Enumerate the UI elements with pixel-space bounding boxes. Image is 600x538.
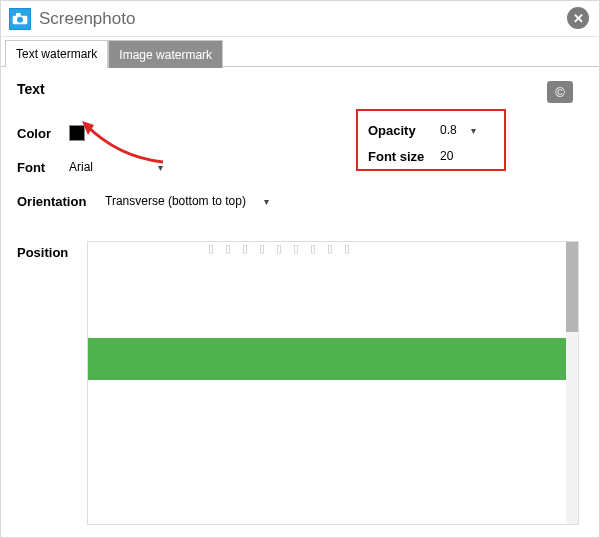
svg-rect-2 xyxy=(16,13,21,16)
color-label: Color xyxy=(17,126,69,141)
chevron-down-icon: ▾ xyxy=(158,162,163,173)
chevron-down-icon: ▾ xyxy=(471,125,476,136)
section-heading: Text xyxy=(17,81,583,97)
text-watermark-panel: Text © Color Font Arial ▾ Orientati xyxy=(1,67,599,533)
orientation-label: Orientation xyxy=(17,194,105,209)
app-title: Screenphoto xyxy=(39,9,135,29)
opacity-row: Opacity 0.8 ▾ xyxy=(368,119,494,141)
chevron-down-icon: ▾ xyxy=(264,196,269,207)
fontsize-label: Font size xyxy=(368,149,440,164)
tabs: Text watermark Image watermark xyxy=(1,39,599,67)
font-value: Arial xyxy=(69,160,93,174)
preview-toolbar-hint: ▯ ▯ ▯ ▯ ▯ ▯ ▯ ▯ ▯ xyxy=(208,242,538,260)
preview-green-bar xyxy=(88,338,566,380)
tab-label: Text watermark xyxy=(16,47,97,61)
camera-icon xyxy=(9,8,31,30)
copyright-icon: © xyxy=(555,85,565,100)
tab-label: Image watermark xyxy=(119,48,212,62)
opacity-label: Opacity xyxy=(368,123,440,138)
font-label: Font xyxy=(17,160,69,175)
font-select[interactable]: Arial ▾ xyxy=(69,160,169,174)
orientation-select[interactable]: Transverse (bottom to top) ▾ xyxy=(105,194,275,208)
position-preview[interactable]: ▯ ▯ ▯ ▯ ▯ ▯ ▯ ▯ ▯ xyxy=(87,241,579,525)
titlebar: Screenphoto ✕ xyxy=(1,1,599,37)
opacity-select[interactable]: 0.8 ▾ xyxy=(440,123,482,137)
close-icon: ✕ xyxy=(573,11,584,26)
position-row: Position xyxy=(17,243,68,261)
preview-scrollbar[interactable] xyxy=(566,242,578,524)
tab-image-watermark[interactable]: Image watermark xyxy=(108,40,223,68)
svg-point-1 xyxy=(17,16,23,22)
opacity-value: 0.8 xyxy=(440,123,457,137)
insert-copyright-button[interactable]: © xyxy=(547,81,573,103)
tab-text-watermark[interactable]: Text watermark xyxy=(5,40,108,68)
orientation-row: Orientation Transverse (bottom to top) ▾ xyxy=(17,187,583,215)
highlight-box: Opacity 0.8 ▾ Font size 20 xyxy=(356,109,506,171)
scrollbar-thumb[interactable] xyxy=(566,242,578,332)
app-window: Screenphoto ✕ Text watermark Image water… xyxy=(0,0,600,538)
orientation-value: Transverse (bottom to top) xyxy=(105,194,246,208)
close-button[interactable]: ✕ xyxy=(567,7,589,29)
fontsize-row: Font size 20 xyxy=(368,145,494,167)
fontsize-input[interactable]: 20 xyxy=(440,149,453,163)
color-swatch[interactable] xyxy=(69,125,85,141)
position-label: Position xyxy=(17,245,68,260)
